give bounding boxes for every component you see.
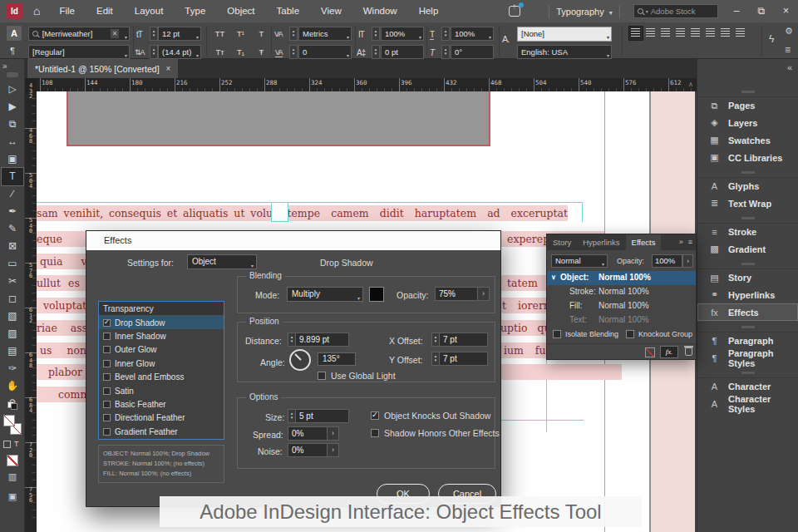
document-tab[interactable]: *Untitled-1 @ 150% [Converted] ×: [27, 59, 178, 78]
free-transform-tool[interactable]: ◻: [0, 290, 25, 308]
opacity-value-field[interactable]: 100%: [652, 254, 682, 268]
effect-checkbox[interactable]: [103, 401, 111, 408]
kerning-field[interactable]: Metrics▾: [298, 27, 352, 41]
justify-left-icon[interactable]: [674, 27, 687, 40]
note-tool[interactable]: ▤: [0, 342, 25, 360]
adobe-stock-search-input[interactable]: ▾ Adobe Stock: [633, 4, 718, 18]
expand-panel-icon[interactable]: »: [2, 62, 7, 71]
stepper[interactable]: [288, 332, 296, 347]
effects-row-stroke[interactable]: ∨ Stroke: Normal 100%: [547, 285, 696, 299]
skew-field[interactable]: 0°: [451, 45, 494, 59]
sidebar-item-character[interactable]: A Character: [697, 377, 798, 395]
isolate-blending-checkbox[interactable]: Isolate Blending: [553, 330, 618, 338]
tracking-stepper[interactable]: [289, 45, 298, 59]
shadow-color-swatch[interactable]: [369, 287, 384, 302]
content-collector-tool[interactable]: ▣: [0, 150, 25, 168]
tab-effects[interactable]: Effects: [626, 234, 662, 250]
arrow-button[interactable]: ›: [328, 443, 339, 457]
sidebar-item-glyphs[interactable]: A Glyphs: [697, 177, 798, 195]
use-global-light-checkbox[interactable]: Use Global Light: [318, 371, 396, 381]
effect-item-directional-feather[interactable]: Directional Feather: [99, 411, 224, 425]
effect-item-drop-shadow[interactable]: Drop Shadow: [99, 316, 224, 329]
effect-checkbox[interactable]: [103, 332, 111, 340]
horizontal-scale-field[interactable]: 100%▾: [451, 27, 494, 41]
stepper[interactable]: [431, 332, 440, 347]
mode-dropdown[interactable]: Multiply▾: [287, 287, 363, 302]
fill-swatch[interactable]: [3, 415, 15, 426]
text-line[interactable]: sam venihit, consequis et aliquatis ut v…: [37, 205, 277, 221]
effect-checkbox[interactable]: [103, 414, 111, 421]
formatting-affects-text-icon[interactable]: T: [14, 440, 19, 448]
blend-mode-dropdown[interactable]: Normal▾: [551, 254, 608, 268]
size-field[interactable]: 5 pt: [288, 409, 349, 423]
collapse-dock-icon[interactable]: «: [787, 62, 792, 72]
menu-object[interactable]: Object: [216, 0, 265, 22]
effects-row-fill[interactable]: ∨ Fill: Normal 100%: [547, 299, 696, 313]
sidebar-item-layers[interactable]: ◈ Layers: [697, 114, 798, 131]
panel-menu-icon[interactable]: ≡: [688, 234, 692, 250]
panel-menu-icon[interactable]: ≡: [785, 44, 791, 56]
pencil-tool[interactable]: ✎: [0, 220, 25, 238]
effect-item-basic-feather[interactable]: Basic Feather: [99, 397, 224, 411]
underline-button[interactable]: T: [253, 27, 270, 41]
effect-checkbox[interactable]: [103, 373, 111, 381]
effect-checkbox[interactable]: [103, 319, 111, 327]
horizontal-ruler[interactable]: 1081441802162522883243603964324685045405…: [37, 78, 697, 91]
font-style-field[interactable]: [Regular]▾: [28, 45, 130, 59]
effect-checkbox[interactable]: [103, 360, 111, 367]
sidebar-item-story[interactable]: ▤ Story: [697, 268, 798, 286]
font-size-field[interactable]: 12 pt▾: [158, 27, 201, 41]
opacity-field[interactable]: 75%›: [435, 287, 490, 301]
superscript-button[interactable]: T¹: [232, 27, 249, 41]
clear-effects-icon[interactable]: [645, 347, 655, 357]
menu-edit[interactable]: Edit: [86, 0, 124, 22]
sensei-icon[interactable]: ϟ: [769, 33, 774, 45]
y-offset-field[interactable]: 7 pt: [431, 352, 488, 366]
effect-item-satin[interactable]: Satin: [99, 384, 224, 397]
text-line[interactable]: atempe camem didit haruptatem ad excerup…: [281, 205, 568, 221]
fill-stroke-swatches[interactable]: [3, 415, 22, 435]
align-right-icon[interactable]: [659, 27, 672, 40]
sidebar-item-paragraph[interactable]: ¶ Paragraph: [697, 332, 798, 349]
all-caps-button[interactable]: TT: [211, 27, 229, 41]
hand-tool[interactable]: ✋: [0, 377, 25, 395]
effect-item-inner-shadow[interactable]: Inner Shadow: [99, 329, 224, 342]
default-fill-stroke-icon[interactable]: [7, 401, 17, 410]
character-formatting-icon[interactable]: A: [7, 26, 22, 41]
effect-checkbox[interactable]: [103, 387, 111, 395]
menu-view[interactable]: View: [310, 0, 352, 22]
sidebar-item-gradient[interactable]: ▩ Gradient: [697, 240, 798, 258]
tracking-field[interactable]: 0▾: [298, 45, 352, 59]
vertical-scale-stepper[interactable]: [372, 27, 380, 41]
menu-table[interactable]: Table: [266, 0, 311, 22]
angle-field[interactable]: 135°: [318, 352, 356, 366]
strikethrough-button[interactable]: Ŧ: [253, 45, 270, 59]
arrow-button[interactable]: ›: [328, 426, 339, 441]
knockout-group-checkbox[interactable]: Knockout Group: [626, 330, 692, 338]
menu-type[interactable]: Type: [174, 0, 216, 22]
screen-mode-icon[interactable]: ▥: [0, 471, 25, 482]
small-caps-button[interactable]: Tᴛ: [211, 45, 229, 59]
effect-item-inner-glow[interactable]: Inner Glow: [99, 357, 224, 370]
effect-item-bevel-emboss[interactable]: Bevel and Emboss: [99, 371, 224, 384]
spread-field[interactable]: 0%›: [288, 426, 339, 441]
tab-hyperlinks[interactable]: Hyperlinks: [577, 234, 625, 250]
gradient-feather-tool[interactable]: ▨: [0, 325, 25, 342]
effects-row-object[interactable]: ∨ Object: Normal 100%: [547, 271, 696, 285]
tab-story[interactable]: Story: [547, 234, 577, 250]
fx-button[interactable]: fx.: [660, 346, 678, 358]
settings-for-dropdown[interactable]: Object▾: [187, 254, 257, 269]
sidebar-item-stroke[interactable]: ≡ Stroke: [697, 223, 798, 240]
selection-tool[interactable]: ▷: [0, 81, 25, 98]
skew-stepper[interactable]: [441, 45, 450, 59]
text-line[interactable]: [497, 364, 622, 380]
menu-help[interactable]: Help: [408, 0, 450, 22]
sidebar-item-pages[interactable]: ⧉ Pages: [697, 96, 798, 114]
sidebar-item-effects[interactable]: fx Effects: [697, 303, 798, 321]
baseline-shift-stepper[interactable]: [372, 45, 380, 59]
frame-tool[interactable]: ⊠: [0, 238, 25, 255]
clear-icon[interactable]: ✕: [111, 29, 119, 38]
dialog-title-bar[interactable]: Effects: [86, 231, 500, 250]
object-knocks-out-shadow-checkbox[interactable]: Object Knocks Out Shadow: [371, 411, 490, 421]
arrow-button[interactable]: ›: [478, 287, 490, 301]
